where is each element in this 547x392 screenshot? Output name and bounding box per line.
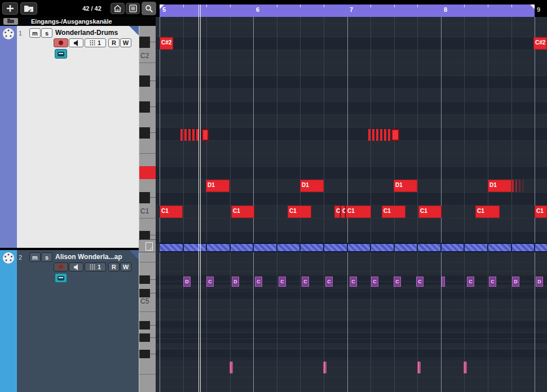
beat-line: [511, 17, 512, 392]
ruler-beat-tick: [324, 5, 324, 7]
part-bar-separator: [417, 243, 418, 252]
midi-note-stripe[interactable]: [192, 129, 195, 141]
beat-line: [300, 17, 301, 392]
midi-note-C[interactable]: C: [334, 206, 340, 218]
ruler-measure-label: 8: [444, 6, 456, 15]
midi-note[interactable]: [464, 362, 467, 373]
ruler-beat-tick: [277, 5, 277, 7]
midi-note-stripe[interactable]: [372, 129, 374, 141]
midi-note-C[interactable]: C: [394, 277, 401, 287]
part-bar-separator: [323, 243, 324, 252]
midi-note-C1[interactable]: C1: [346, 206, 371, 218]
locator-start-marker: [160, 5, 164, 9]
part-bar-separator: [253, 243, 254, 252]
beat-line: [488, 17, 488, 392]
ruler-beat-tick: [183, 5, 184, 7]
midi-note-C1[interactable]: C1: [475, 206, 500, 218]
midi-note[interactable]: [230, 362, 233, 373]
part-bar-separator: [206, 243, 207, 252]
midi-note-stripe[interactable]: [368, 129, 370, 141]
midi-note-thin[interactable]: [442, 277, 445, 287]
part-bar-separator: [511, 243, 512, 252]
midi-note-C[interactable]: C: [416, 277, 424, 287]
midi-note-C[interactable]: C: [302, 277, 309, 287]
midi-note-C1[interactable]: C1: [418, 206, 442, 218]
ruler-measure-label: 5: [162, 6, 175, 15]
midi-note-C1[interactable]: C1: [231, 206, 254, 218]
part-bar-separator: [230, 243, 231, 252]
ruler-measure-label: 7: [350, 6, 362, 15]
midi-note-stripe[interactable]: [380, 129, 382, 141]
ruler-beat-tick: [464, 5, 465, 7]
part-bar-separator: [299, 243, 301, 252]
midi-note-C[interactable]: C: [371, 277, 378, 287]
part-bar-separator: [276, 243, 277, 252]
ruler-beat-tick: [300, 5, 301, 7]
beat-line: [464, 17, 465, 392]
playhead[interactable]: [200, 5, 201, 392]
midi-note-C#2[interactable]: C#2: [533, 37, 547, 50]
midi-note-C[interactable]: C: [489, 277, 496, 287]
midi-note-C[interactable]: C: [350, 277, 357, 287]
midi-note-D[interactable]: D: [232, 277, 239, 287]
midi-note-D1[interactable]: D1: [206, 180, 230, 192]
midi-note-D[interactable]: D: [536, 277, 543, 287]
piano-roll-grid: 56789C#2C#2D1D1D1D1C1C1C1CCC1C1C1C1C1DCD…: [0, 0, 547, 392]
part-bar-separator: [464, 243, 465, 252]
midi-note-selected[interactable]: [391, 129, 399, 141]
ruler-measure-label: 6: [256, 6, 268, 15]
midi-note-stripe[interactable]: [388, 129, 390, 141]
midi-note-stripe[interactable]: [184, 129, 187, 141]
midi-note-stripe[interactable]: [384, 129, 386, 141]
midi-note-C[interactable]: C: [206, 277, 214, 287]
beat-line: [183, 17, 184, 392]
ruler-beat-tick: [488, 5, 488, 7]
midi-note-stripe[interactable]: [519, 180, 520, 192]
midi-note-stripe[interactable]: [522, 180, 524, 192]
beat-line: [206, 17, 207, 392]
midi-note-C[interactable]: C: [279, 277, 286, 287]
beat-line: [417, 17, 418, 392]
part-bar-separator: [394, 243, 395, 252]
midi-note[interactable]: [417, 362, 421, 373]
midi-note-C1[interactable]: C1: [382, 206, 405, 218]
midi-note-C1[interactable]: C1: [535, 206, 547, 218]
midi-note-stripe[interactable]: [512, 180, 514, 192]
midi-note-C[interactable]: C: [467, 277, 474, 287]
part-bar-separator: [487, 243, 488, 252]
ruler-beat-tick: [394, 5, 395, 7]
midi-note-D1[interactable]: D1: [488, 180, 511, 192]
cubase-key-editor-window: 42 / 42 Eingangs-/Ausgangskanäle 1 m s W…: [0, 0, 547, 392]
midi-note[interactable]: [323, 362, 327, 373]
midi-note-stripe[interactable]: [188, 129, 191, 141]
ruler-beat-tick: [511, 5, 512, 7]
ruler-locator-range[interactable]: [160, 5, 535, 17]
midi-note-C1[interactable]: C1: [288, 206, 311, 218]
midi-note-stripe[interactable]: [180, 129, 183, 141]
playhead[interactable]: [198, 5, 199, 392]
midi-note-C[interactable]: C: [255, 277, 262, 287]
midi-note-C[interactable]: C: [341, 206, 345, 218]
midi-note-stripe[interactable]: [515, 180, 517, 192]
part-range-bar[interactable]: [160, 243, 547, 252]
part-bar-separator: [534, 243, 535, 252]
midi-note-stripe[interactable]: [376, 129, 378, 141]
midi-note-D[interactable]: D: [512, 277, 519, 287]
locator-end-marker: [530, 5, 535, 9]
part-bar-separator: [370, 243, 371, 252]
ruler-measure-label: 9: [537, 6, 547, 15]
part-bar-separator: [183, 243, 184, 252]
measure-line: [253, 17, 254, 392]
midi-note-C[interactable]: C: [325, 277, 333, 287]
midi-note-selected[interactable]: [202, 129, 209, 141]
midi-note-D1[interactable]: D1: [300, 180, 324, 192]
beat-line: [230, 17, 231, 392]
midi-note-C1[interactable]: C1: [160, 206, 183, 218]
midi-note-D1[interactable]: D1: [394, 180, 417, 192]
midi-note-C#2[interactable]: C#2: [160, 37, 173, 50]
ruler-beat-tick: [206, 5, 207, 7]
part-bar-separator: [347, 243, 348, 252]
beat-line: [324, 17, 324, 392]
beat-line: [277, 17, 277, 392]
midi-note-D[interactable]: D: [183, 277, 191, 287]
